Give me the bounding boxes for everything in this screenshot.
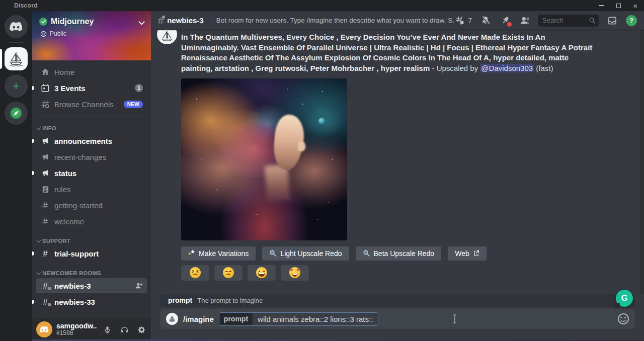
prompt-field-value[interactable]: wild animals zebra::2 lions::3 rats:: xyxy=(253,313,378,325)
username: samgoodw... xyxy=(56,322,97,330)
verified-badge-icon xyxy=(39,18,47,26)
browse-channels-icon xyxy=(40,100,50,109)
create-invite-icon[interactable] xyxy=(135,282,143,290)
section-title: NEWCOMER ROOMS xyxy=(42,270,101,276)
channel-getting-started[interactable]: # getting-started xyxy=(36,198,147,213)
user-info[interactable]: samgoodw... #1598 xyxy=(56,322,97,337)
user-mention[interactable]: @Davidson303 xyxy=(480,64,534,72)
member-list-icon[interactable] xyxy=(519,15,531,27)
channel-welcome[interactable]: # welcome xyxy=(36,214,147,229)
minimize-button[interactable] xyxy=(593,0,610,11)
settings-gear-button[interactable] xyxy=(135,322,148,337)
external-link-icon xyxy=(473,250,479,257)
slash-command-hint[interactable]: prompt The prompt to imagine xyxy=(160,294,635,307)
channel-trial-support[interactable]: # trial-support xyxy=(36,246,147,261)
close-icon: × xyxy=(633,2,638,10)
emoji-picker-icon[interactable] xyxy=(618,313,629,324)
reaction-heart-eyes[interactable]: ♥♥ xyxy=(281,265,309,281)
section-newcomer-rooms[interactable]: NEWCOMER ROOMS xyxy=(36,262,147,278)
channel-name: welcome xyxy=(54,217,84,226)
window-titlebar: Discord × xyxy=(0,0,644,11)
unread-pill xyxy=(32,86,34,90)
sidebar-item-label: Browse Channels xyxy=(54,100,114,109)
upscaled-by-text: - Upscaled by xyxy=(430,64,480,72)
channel-name: rules xyxy=(54,185,71,194)
megaphone-icon xyxy=(40,136,50,145)
prompt-field[interactable]: prompt wild animals zebra::2 lions::3 ra… xyxy=(219,312,378,326)
section-info[interactable]: INFO xyxy=(36,117,147,133)
disappointed-face-emoji xyxy=(223,267,234,278)
search-input[interactable] xyxy=(542,17,589,24)
window-title: Discord xyxy=(14,2,38,9)
pinned-messages-icon[interactable] xyxy=(499,15,511,27)
magnifier-icon xyxy=(363,249,370,257)
rules-icon xyxy=(40,185,50,194)
scrollbar[interactable] xyxy=(640,30,644,294)
close-button[interactable]: × xyxy=(627,0,644,11)
button-label: Beta Upscale Redo xyxy=(374,249,435,258)
channel-rules[interactable]: rules xyxy=(36,182,147,197)
server-button-midjourney[interactable] xyxy=(5,47,28,70)
mute-microphone-button[interactable] xyxy=(101,322,114,337)
selected-server-pill xyxy=(0,49,2,69)
message-text: In The Quantum Multiverses, Every Choice… xyxy=(181,32,599,74)
channel-sidebar: Midjourney Public Home xyxy=(32,11,151,341)
channel-newbies-33[interactable]: # newbies-33 xyxy=(36,294,147,309)
events-count-badge: 1 xyxy=(135,84,143,92)
channel-name: trial-support xyxy=(54,249,99,258)
chevron-down-icon xyxy=(37,271,41,275)
chevron-down-icon xyxy=(138,19,145,25)
unread-pill xyxy=(32,251,34,255)
sidebar-item-events[interactable]: 3 Events 1 xyxy=(36,80,147,96)
help-icon[interactable]: ? xyxy=(626,15,637,26)
channel-name: status xyxy=(54,169,76,178)
channel-name: newbies-3 xyxy=(54,282,91,290)
server-banner[interactable]: Midjourney Public xyxy=(32,11,151,60)
notifications-muted-bell-icon[interactable] xyxy=(479,15,492,27)
channel-announcements[interactable]: announcements xyxy=(36,133,147,148)
server-name: Midjourney xyxy=(51,17,94,26)
chevron-down-icon xyxy=(37,238,41,242)
rail-divider xyxy=(8,42,24,43)
generated-image[interactable] xyxy=(181,78,347,240)
search-icon xyxy=(589,17,596,24)
grinning-face-emoji xyxy=(256,267,267,278)
inbox-icon[interactable] xyxy=(606,15,618,27)
light-upscale-redo-button[interactable]: Light Upscale Redo xyxy=(262,246,349,261)
home-button[interactable] xyxy=(5,15,28,38)
hash-icon: # xyxy=(40,217,50,226)
user-avatar[interactable] xyxy=(36,321,52,337)
channel-topic[interactable]: Bot room for new users. Type /imagine th… xyxy=(216,17,454,24)
grammarly-icon[interactable]: G xyxy=(616,290,633,307)
sidebar-item-browse-channels[interactable]: Browse Channels NEW xyxy=(36,97,147,112)
message-input-bar[interactable]: /imagine prompt wild animals zebra::2 li… xyxy=(160,309,635,329)
channel-status[interactable]: status xyxy=(36,165,147,181)
reaction-disappointed[interactable] xyxy=(214,265,243,281)
channel-newbies-3[interactable]: # newbies-3 xyxy=(36,278,147,293)
sidebar-item-home[interactable]: Home xyxy=(36,64,147,79)
server-header[interactable]: Midjourney xyxy=(32,11,151,27)
web-button[interactable]: Web xyxy=(448,246,487,261)
deafen-button[interactable] xyxy=(118,322,131,337)
server-visibility: Public xyxy=(32,27,151,40)
add-server-button[interactable]: + xyxy=(5,74,28,98)
reaction-grinning[interactable] xyxy=(248,265,276,281)
maximize-button[interactable] xyxy=(610,0,627,11)
search-box[interactable] xyxy=(538,15,599,27)
chevron-down-icon xyxy=(37,126,41,130)
header-divider xyxy=(210,16,210,26)
sidebar-divider xyxy=(37,116,146,116)
section-support[interactable]: SUPPORT xyxy=(36,230,147,246)
explore-servers-button[interactable] xyxy=(5,102,28,125)
reaction-confounded[interactable] xyxy=(181,265,209,281)
make-variations-button[interactable]: ★★ Make Variations xyxy=(181,246,256,261)
main-panel: # newbies-3 Bot room for new users. Type… xyxy=(151,11,644,341)
beta-upscale-redo-button[interactable]: Beta Upscale Redo xyxy=(356,246,442,261)
hash-icon: # xyxy=(40,249,50,258)
header-toolbar: 7 xyxy=(454,15,637,27)
maximize-icon xyxy=(616,4,621,8)
megaphone-icon xyxy=(40,168,50,178)
user-panel: samgoodw... #1598 xyxy=(32,318,151,341)
channel-recent-changes[interactable]: recent-changes xyxy=(36,149,147,164)
threads-button[interactable]: 7 xyxy=(454,15,472,27)
